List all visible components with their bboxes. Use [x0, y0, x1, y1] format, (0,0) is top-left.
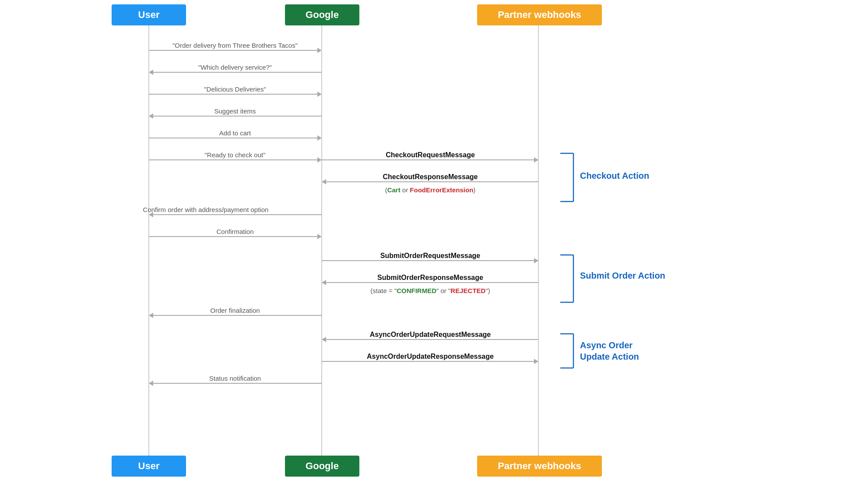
msg-async-update-request: AsyncOrderUpdateRequestMessage: [321, 331, 540, 339]
msg-suggest-items: Suggest items: [148, 107, 323, 115]
msg-which-delivery: "Which delivery service?": [148, 64, 323, 71]
actor-webhooks-bottom: Partner webhooks: [477, 456, 602, 477]
msg-submit-order-response: SubmitOrderResponseMessage: [321, 274, 540, 282]
msg-ready-checkout: "Ready to check out": [148, 151, 323, 159]
sequence-diagram: User Google Partner webhooks User Google…: [0, 0, 868, 481]
msg-async-update-response: AsyncOrderUpdateResponseMessage: [321, 353, 540, 361]
msg-order-delivery: "Order delivery from Three Brothers Taco…: [148, 42, 323, 49]
action-submit-order-label: Submit Order Action: [580, 271, 665, 281]
actor-google-top: Google: [285, 4, 359, 25]
msg-confirmation: Confirmation: [148, 228, 323, 235]
msg-cart-or-food-error: (Cart or FoodErrorExtension): [321, 186, 540, 194]
msg-order-finalization: Order finalization: [148, 307, 323, 314]
msg-submit-order-request: SubmitOrderRequestMessage: [321, 252, 540, 260]
msg-confirm-order: Confirm order with address/payment optio…: [88, 206, 324, 213]
msg-delicious-deliveries: "Delicious Deliveries": [148, 85, 323, 93]
actor-webhooks-top: Partner webhooks: [477, 4, 602, 25]
action-async-update-label: Async Order Update Action: [580, 340, 639, 362]
msg-state: (state = "CONFIRMED" or "REJECTED"): [321, 287, 540, 294]
msg-checkout-request: CheckoutRequestMessage: [321, 151, 540, 159]
actor-google-bottom: Google: [285, 456, 359, 477]
msg-add-to-cart: Add to cart: [148, 129, 323, 137]
action-checkout-label: Checkout Action: [580, 171, 649, 181]
msg-status-notification: Status notification: [148, 375, 323, 382]
actor-user-bottom: User: [112, 456, 186, 477]
actor-user-top: User: [112, 4, 186, 25]
msg-checkout-response: CheckoutResponseMessage: [321, 173, 540, 181]
